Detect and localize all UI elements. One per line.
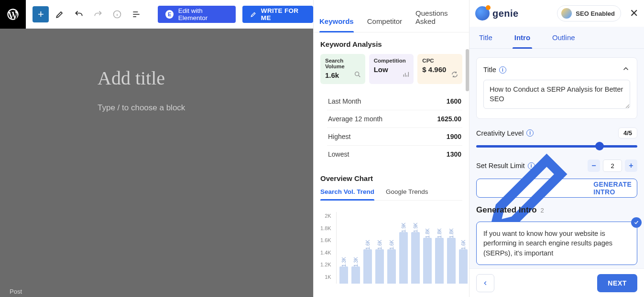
next-button[interactable]: NEXT — [597, 274, 637, 292]
wordpress-editor-area: + E Edit with Elementor WRITE FOR ME Add… — [0, 0, 313, 297]
pencil-icon — [250, 11, 257, 18]
chart-bar: 1.3K — [351, 212, 360, 284]
bar-label: 1.6K — [389, 240, 394, 250]
edit-with-elementor-button[interactable]: E Edit with Elementor — [158, 6, 236, 23]
tab-title[interactable]: Title — [479, 33, 492, 48]
decrement-button[interactable]: − — [588, 159, 600, 172]
magnify-icon — [354, 71, 361, 80]
generate-intro-button[interactable]: GENERATE INTRO — [476, 179, 637, 198]
y-tick: 1.6K — [320, 237, 331, 243]
tab-search-vol-trend[interactable]: Search Vol. Trend — [320, 188, 374, 200]
title-input[interactable] — [483, 80, 630, 109]
generated-count: 2 — [541, 207, 544, 214]
seo-orb-icon — [561, 8, 572, 19]
chart-bar: 1.8K — [423, 212, 432, 284]
analysis-tabs: Keywords Competitor Questions Asked — [314, 5, 469, 32]
stat-search-volume: Search Volume 1.6k — [320, 54, 365, 84]
redo-icon[interactable] — [90, 6, 106, 22]
document-outline-icon[interactable] — [128, 6, 144, 22]
close-icon[interactable]: ✕ — [626, 7, 638, 20]
wordpress-logo[interactable] — [0, 0, 26, 29]
search-volume-chart: 2K1.8K1.6K1.4K1.2K1K 1.3K1.3K1.6K1.6K1.6… — [320, 209, 462, 286]
bar-label: 1.8K — [437, 228, 442, 238]
chart-bar: 1.6K — [375, 212, 384, 284]
info-icon[interactable] — [109, 6, 125, 22]
increment-button[interactable]: + — [625, 159, 637, 172]
bar-label: 1.9K — [413, 223, 418, 233]
chart-bar: 1.6K — [363, 212, 372, 284]
bar-label: 1.8K — [425, 228, 430, 238]
chart-bar: 1.9K — [411, 212, 420, 284]
title-placeholder[interactable]: Add title — [98, 67, 165, 89]
title-card: Title i — [476, 57, 637, 119]
bar-label: 1.3K — [341, 257, 347, 267]
tab-questions[interactable]: Questions Asked — [415, 9, 463, 32]
add-block-button[interactable]: + — [33, 6, 49, 22]
generated-intro-text: If you want to know how your website is … — [483, 230, 612, 257]
creativity-value: 4/5 — [618, 127, 637, 138]
genie-brand-text: genie — [492, 8, 519, 19]
write-for-me-button[interactable]: WRITE FOR ME — [242, 6, 313, 23]
metric-avg-12: Average 12 month1625.00 — [327, 110, 462, 127]
title-field-label: Title i — [483, 66, 506, 74]
stat-competition: Competition Low — [369, 54, 414, 84]
tab-outline[interactable]: Outline — [552, 33, 575, 48]
creativity-slider[interactable] — [476, 141, 637, 151]
y-tick: 1K — [325, 274, 331, 280]
tab-google-trends[interactable]: Google Trends — [386, 188, 428, 200]
genie-panel: genie SEO Enabled ✕ Title Intro Outline … — [469, 0, 644, 297]
scrollbar[interactable] — [466, 49, 469, 91]
undo-icon[interactable] — [71, 6, 87, 22]
metric-last-month: Last Month1600 — [327, 93, 462, 110]
tab-keywords[interactable]: Keywords — [319, 17, 354, 32]
overview-chart-title: Overview Chart — [320, 174, 462, 182]
chart-bar: 1.8K — [447, 212, 456, 284]
chart-bar: 1.3K — [339, 212, 349, 284]
elementor-icon: E — [165, 10, 173, 19]
chart-bar: 1.9K — [399, 212, 408, 284]
y-tick: 1.8K — [320, 225, 331, 231]
y-tick: 1.2K — [320, 262, 331, 267]
genie-footer: NEXT — [469, 268, 644, 297]
generate-intro-label: GENERATE INTRO — [593, 180, 637, 196]
chart-tabs: Search Vol. Trend Google Trends — [320, 188, 462, 201]
editor-canvas[interactable]: Add title Type / to choose a block Post — [0, 29, 313, 297]
stat-label: Search Volume — [325, 58, 360, 69]
metric-lowest: Lowest1300 — [327, 145, 462, 163]
refresh-icon — [451, 71, 458, 80]
genie-logo-icon — [475, 6, 490, 21]
stat-label: CPC — [422, 58, 458, 64]
generated-intro-card[interactable]: If you want to know how your website is … — [476, 222, 637, 265]
block-prompt[interactable]: Type / to choose a block — [98, 103, 185, 113]
wp-toolbar: + E Edit with Elementor WRITE FOR ME — [0, 0, 313, 29]
edit-icon[interactable] — [52, 6, 68, 22]
seo-enabled-pill[interactable]: SEO Enabled — [557, 5, 621, 21]
seo-analysis-panel: Keywords Competitor Questions Asked Keyw… — [313, 0, 469, 297]
back-button[interactable] — [476, 274, 494, 292]
bar-label: 1.6K — [461, 240, 466, 250]
y-tick: 2K — [325, 213, 331, 219]
breadcrumb-post[interactable]: Post — [10, 288, 22, 295]
svg-point-1 — [355, 72, 359, 76]
chart-bar: 1.6K — [387, 212, 396, 284]
tab-intro[interactable]: Intro — [514, 33, 530, 48]
chevron-up-icon[interactable] — [622, 64, 630, 75]
genie-brand: genie — [475, 6, 519, 21]
check-icon — [631, 217, 642, 228]
bar-label: 1.9K — [401, 223, 406, 233]
y-tick: 1.4K — [320, 250, 331, 255]
elementor-label: Edit with Elementor — [178, 7, 229, 21]
bar-label: 1.3K — [353, 257, 359, 267]
bars-icon — [402, 71, 410, 80]
stat-cpc: CPC $ 4.960 — [417, 54, 462, 84]
chart-bar: 1.6K — [459, 212, 468, 284]
bar-label: 1.6K — [365, 240, 371, 250]
bar-label: 1.8K — [449, 228, 454, 238]
genie-header: genie SEO Enabled ✕ — [469, 0, 644, 27]
genie-tabs: Title Intro Outline — [469, 27, 644, 49]
metric-highest: Highest1900 — [327, 127, 462, 145]
info-icon[interactable]: i — [499, 66, 506, 74]
tab-competitor[interactable]: Competitor — [367, 17, 402, 32]
result-limit-input[interactable] — [603, 159, 622, 172]
chart-bar: 1.8K — [435, 212, 444, 284]
